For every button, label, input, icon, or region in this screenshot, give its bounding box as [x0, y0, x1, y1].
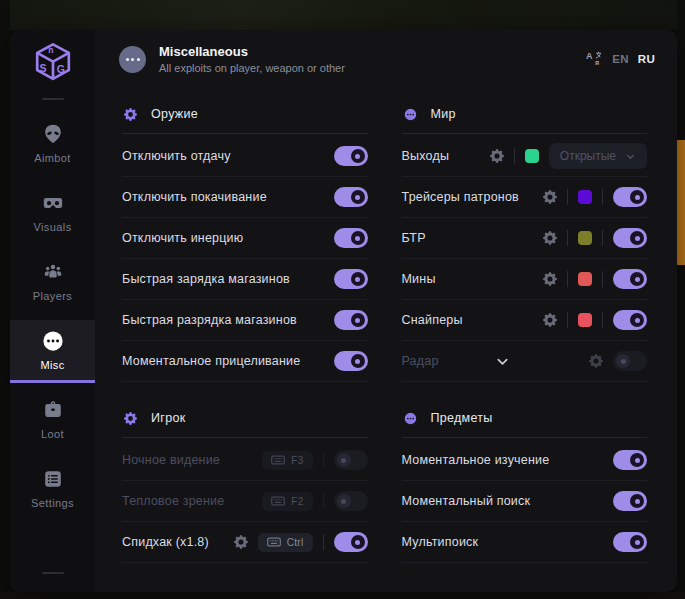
toggle-switch[interactable] — [334, 491, 368, 511]
section-header: Игрок — [122, 398, 368, 437]
chevron-down-icon — [625, 151, 636, 162]
keybind-badge[interactable]: Ctrl — [258, 533, 313, 552]
row-controls — [543, 228, 647, 248]
toggle-switch[interactable] — [334, 310, 368, 330]
dropdown-value: Открытые — [560, 149, 616, 163]
setting-label: Выходы — [402, 149, 450, 163]
gear-icon[interactable] — [490, 149, 504, 163]
setting-row-мультипоиск: Мультипоиск — [402, 522, 648, 563]
sidebar-nav: AimbotVisualsPlayersMiscLootSettings — [10, 110, 95, 524]
toggle-switch[interactable] — [613, 532, 647, 552]
setting-label: Отключить отдачу — [122, 149, 231, 163]
setting-row-моментальное-изучение: Моментальное изучение — [402, 440, 648, 481]
section-мир: МирВыходыОткрытыеТрейсеры патроновБТРМин… — [402, 94, 648, 382]
main-panel: Miscellaneous All exploits on player, we… — [95, 30, 677, 592]
color-swatch[interactable] — [578, 272, 592, 286]
toggle-switch[interactable] — [334, 187, 368, 207]
gear-icon[interactable] — [589, 354, 603, 368]
setting-label: Моментальное изучение — [402, 453, 550, 467]
row-controls — [334, 146, 368, 166]
app-logo-cube-icon: S G n — [30, 40, 76, 86]
row-left: Отключить покачивание — [122, 190, 267, 204]
color-swatch[interactable] — [578, 313, 592, 327]
control-divider — [567, 230, 568, 246]
row-left: Трейсеры патронов — [402, 190, 519, 204]
gear-icon[interactable] — [543, 313, 557, 327]
keybind-badge[interactable]: F2 — [262, 492, 312, 511]
toggle-switch[interactable] — [613, 228, 647, 248]
toggle-switch[interactable] — [334, 269, 368, 289]
gear-icon[interactable] — [543, 272, 557, 286]
sidebar-item-aimbot[interactable]: Aimbot — [10, 113, 95, 176]
setting-row-отключить-инерцию: Отключить инерцию — [122, 218, 368, 259]
vr-goggles-icon — [42, 192, 64, 214]
keybind-value: F3 — [291, 455, 303, 466]
gear-icon[interactable] — [234, 535, 248, 549]
row-controls — [334, 269, 368, 289]
dropdown-выходы[interactable]: Открытые — [549, 143, 647, 169]
setting-label: Отключить покачивание — [122, 190, 267, 204]
setting-row-радар: Радар — [402, 341, 648, 382]
sidebar-item-label: Settings — [31, 497, 74, 509]
section-divider — [402, 437, 648, 438]
row-controls: F2 — [262, 491, 367, 511]
control-divider — [323, 493, 324, 509]
background-game-top — [0, 0, 685, 30]
toggle-switch[interactable] — [334, 228, 368, 248]
keyboard-icon — [271, 496, 285, 506]
sidebar-item-players[interactable]: Players — [10, 251, 95, 314]
row-left: Мультипоиск — [402, 535, 479, 549]
toggle-switch[interactable] — [613, 310, 647, 330]
sidebar-item-visuals[interactable]: Visuals — [10, 182, 95, 245]
background-game-right — [677, 0, 685, 599]
control-divider — [567, 271, 568, 287]
row-left: Ночное видение — [122, 453, 220, 467]
control-divider — [514, 148, 515, 164]
players-icon — [42, 261, 64, 283]
svg-text:G: G — [56, 63, 64, 75]
color-swatch[interactable] — [578, 231, 592, 245]
toggle-switch[interactable] — [613, 450, 647, 470]
setting-label: Радар — [402, 354, 439, 368]
dots-icon — [404, 412, 417, 425]
setting-row-быстрая-зарядка-магазинов: Быстрая зарядка магазинов — [122, 259, 368, 300]
language-switcher: A я EN RU — [585, 50, 655, 68]
setting-label: БТР — [402, 231, 426, 245]
row-left: Моментальное прицеливание — [122, 354, 300, 368]
content-column-left: ОружиеОтключить отдачуОтключить покачива… — [122, 94, 368, 592]
sidebar-divider-bottom — [42, 572, 64, 574]
sidebar-item-loot[interactable]: Loot — [10, 389, 95, 452]
section-header: Мир — [402, 94, 648, 133]
toggle-switch[interactable] — [613, 187, 647, 207]
language-option-en[interactable]: EN — [612, 53, 629, 65]
language-option-ru[interactable]: RU — [638, 53, 655, 65]
setting-row-моментальное-прицеливание: Моментальное прицеливание — [122, 341, 368, 382]
chevron-down-icon[interactable] — [495, 354, 510, 369]
section-divider — [122, 437, 368, 438]
toggle-switch[interactable] — [613, 491, 647, 511]
section-header: Предметы — [402, 398, 648, 437]
gear-icon[interactable] — [543, 231, 557, 245]
briefcase-icon — [42, 399, 64, 421]
row-controls — [589, 351, 647, 371]
toggle-switch[interactable] — [613, 269, 647, 289]
gear-icon[interactable] — [543, 190, 557, 204]
translate-icon: A я — [585, 50, 603, 68]
toggle-switch[interactable] — [613, 351, 647, 371]
keybind-value: Ctrl — [287, 537, 304, 548]
toggle-switch[interactable] — [334, 351, 368, 371]
row-left: Тепловое зрение — [122, 494, 224, 508]
toggle-switch[interactable] — [334, 146, 368, 166]
sidebar-item-settings[interactable]: Settings — [10, 458, 95, 521]
section-title: Оружие — [151, 107, 198, 121]
toggle-switch[interactable] — [334, 532, 368, 552]
control-divider — [602, 230, 603, 246]
color-swatch[interactable] — [578, 190, 592, 204]
color-swatch[interactable] — [525, 149, 539, 163]
sidebar-item-misc[interactable]: Misc — [10, 320, 95, 383]
setting-row-трейсеры-патронов: Трейсеры патронов — [402, 177, 648, 218]
toggle-switch[interactable] — [334, 450, 368, 470]
setting-row-мины: Мины — [402, 259, 648, 300]
background-orange-banner — [677, 140, 685, 265]
keybind-badge[interactable]: F3 — [262, 451, 312, 470]
